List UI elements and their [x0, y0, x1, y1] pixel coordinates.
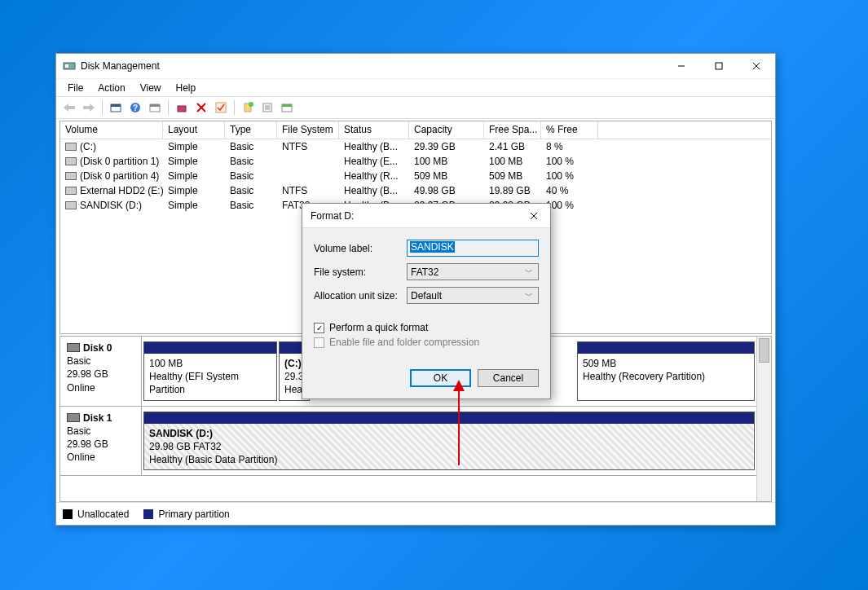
checkbox-unchecked-icon [314, 337, 324, 348]
partition-box[interactable]: SANDISK (D:)29.98 GB FAT32Healthy (Basic… [143, 412, 755, 471]
toolbar-list-icon[interactable] [258, 99, 276, 117]
menu-action[interactable]: Action [91, 81, 131, 95]
file-system-label: File system: [314, 266, 407, 278]
svg-rect-15 [150, 104, 160, 107]
close-button[interactable] [738, 54, 775, 78]
partition-box[interactable]: 100 MBHealthy (EFI System Partition [143, 341, 277, 401]
quick-format-checkbox[interactable]: ✓ Perform a quick format [314, 322, 539, 333]
svg-rect-9 [83, 106, 90, 109]
checkbox-checked-icon: ✓ [314, 323, 324, 333]
toolbar-properties-icon[interactable] [107, 99, 125, 117]
volume-label-input[interactable]: SANDISK [407, 240, 539, 257]
ok-button[interactable]: OK [410, 369, 471, 387]
disk1-info: Disk 1 Basic 29.98 GB Online [60, 407, 142, 476]
svg-rect-7 [68, 106, 75, 109]
menu-help[interactable]: Help [170, 81, 203, 95]
svg-point-21 [249, 102, 253, 107]
format-dialog: Format D: Volume label: SANDISK File sys… [302, 203, 551, 399]
volume-icon [65, 187, 77, 195]
col-capacity[interactable]: Capacity [409, 121, 484, 139]
col-freespace[interactable]: Free Spa... [484, 121, 541, 139]
minimize-button[interactable] [663, 54, 700, 78]
col-status[interactable]: Status [339, 121, 409, 139]
volume-icon [65, 201, 77, 209]
svg-rect-1 [65, 64, 68, 68]
table-row[interactable]: (C:)SimpleBasicNTFSHealthy (B...29.39 GB… [60, 139, 771, 154]
volume-icon [65, 157, 77, 165]
col-volume[interactable]: Volume [60, 121, 163, 139]
col-layout[interactable]: Layout [163, 121, 225, 139]
menu-view[interactable]: View [134, 81, 168, 95]
svg-rect-11 [111, 104, 121, 107]
maximize-button[interactable] [700, 54, 738, 78]
svg-rect-27 [282, 104, 292, 107]
file-system-combo[interactable]: FAT32﹀ [407, 263, 539, 280]
volume-icon [65, 143, 77, 151]
disk-row-1: Disk 1 Basic 29.98 GB Online SANDISK (D:… [60, 407, 756, 477]
table-row[interactable]: External HDD2 (E:)SimpleBasicNTFSHealthy… [60, 183, 771, 198]
table-row[interactable]: (Disk 0 partition 4)SimpleBasicHealthy (… [60, 169, 771, 183]
partition-box[interactable]: 509 MBHealthy (Recovery Partition) [577, 341, 755, 401]
col-filesystem[interactable]: File System [277, 121, 339, 139]
alloc-unit-combo[interactable]: Default﹀ [407, 287, 539, 304]
menubar: File Action View Help [56, 78, 775, 96]
disk-icon [67, 413, 80, 422]
forward-button[interactable] [80, 99, 98, 117]
legend-primary-swatch [143, 509, 153, 519]
col-pctfree[interactable]: % Free [541, 121, 598, 139]
disk-icon [67, 343, 80, 352]
compression-checkbox: Enable file and folder compression [314, 337, 539, 348]
toolbar-delete-icon[interactable] [192, 99, 210, 117]
table-header: Volume Layout Type File System Status Ca… [60, 121, 771, 139]
dialog-title: Format D: [311, 210, 518, 222]
volume-label-label: Volume label: [314, 243, 407, 254]
svg-rect-3 [716, 63, 722, 69]
toolbar-manage-icon[interactable] [278, 99, 296, 117]
chevron-down-icon: ﹀ [525, 266, 533, 278]
menu-file[interactable]: File [61, 81, 90, 95]
titlebar[interactable]: Disk Management [56, 54, 775, 78]
dialog-close-button[interactable] [518, 204, 550, 228]
svg-rect-19 [216, 103, 226, 112]
svg-marker-8 [90, 103, 95, 112]
toolbar-settings-icon[interactable] [173, 99, 191, 117]
legend: Unallocated Primary partition [56, 502, 775, 525]
toolbar-new-icon[interactable] [239, 99, 257, 117]
svg-text:?: ? [133, 103, 138, 112]
table-row[interactable]: (Disk 0 partition 1)SimpleBasicHealthy (… [60, 154, 771, 169]
disk0-info: Disk 0 Basic 29.98 GB Online [60, 337, 142, 406]
toolbar-check-icon[interactable] [212, 99, 230, 117]
col-type[interactable]: Type [225, 121, 277, 139]
volume-icon [65, 172, 77, 180]
legend-unallocated-swatch [63, 509, 73, 519]
svg-rect-16 [178, 106, 186, 112]
back-button[interactable] [60, 99, 78, 117]
dialog-titlebar[interactable]: Format D: [302, 204, 550, 228]
svg-marker-6 [64, 103, 68, 112]
chevron-down-icon: ﹀ [525, 290, 533, 302]
vertical-scrollbar[interactable] [756, 337, 771, 501]
toolbar-help-icon[interactable]: ? [126, 99, 144, 117]
app-icon [63, 59, 76, 73]
toolbar-refresh-icon[interactable] [146, 99, 164, 117]
alloc-unit-label: Allocation unit size: [314, 290, 407, 302]
cancel-button[interactable]: Cancel [478, 369, 539, 387]
toolbar: ? [56, 96, 775, 119]
window-title: Disk Management [81, 60, 663, 72]
